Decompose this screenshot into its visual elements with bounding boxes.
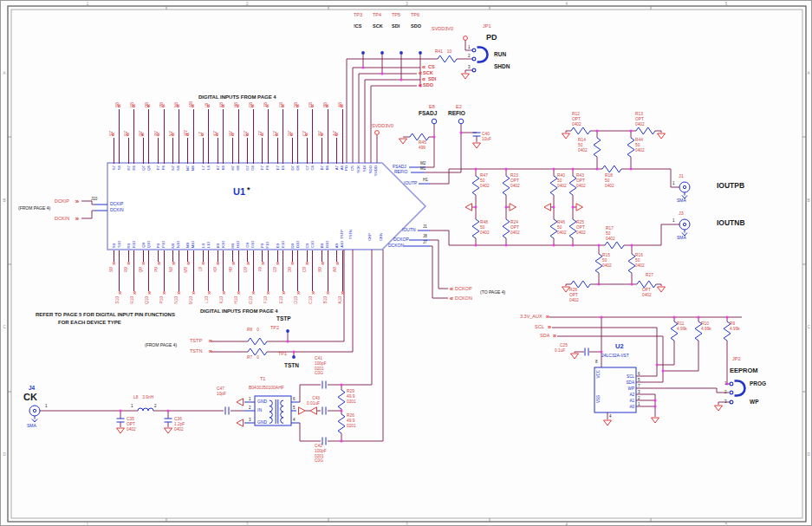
- signal-name: !CS: [354, 23, 373, 29]
- pin-name: K9: [216, 244, 220, 248]
- offpage-arrow-icon: [334, 131, 341, 138]
- pin-name: F9: [260, 244, 264, 248]
- pin-name: N7: [171, 166, 175, 171]
- label-line: A2: [629, 392, 634, 398]
- offpage-arrow-icon: [230, 131, 237, 138]
- c47-label: C4710pF: [217, 386, 226, 397]
- c25: [585, 348, 588, 356]
- label-line: A1: [629, 398, 634, 404]
- r16-label: R16500402: [635, 253, 645, 268]
- tp-name: TSTN: [284, 362, 299, 368]
- label-line: 0402: [635, 263, 645, 269]
- u1-top-pin-names: S7 S8 R7 R8 Q7 Q8 P7 P8 N7 N8 M7 M8 L7 L…: [109, 165, 348, 183]
- frame-zone-numbers-top: 12345: [8, 2, 806, 6]
- pin-name: REFIO: [394, 170, 407, 175]
- label-line: C0G: [315, 458, 327, 464]
- pin-name: G8: [250, 166, 255, 171]
- e2-testpoint-icon: [458, 119, 464, 124]
- pin-name: C10: [310, 241, 315, 248]
- pin-name: P10: [161, 241, 166, 248]
- frame-zone-letters-left: ABCD: [3, 10, 8, 518]
- pin-name: E9: [276, 244, 280, 248]
- offpage-arrow-icon: [199, 260, 206, 267]
- pin-name: E10: [281, 241, 285, 248]
- offpage-arrow-icon: [264, 102, 271, 109]
- pin-name: DCKOP: [393, 237, 409, 243]
- tp-refs: TP3TP4TP5TP6: [354, 12, 430, 17]
- wire: [312, 109, 313, 164]
- pin-name: S10: [117, 241, 121, 248]
- jp1-ref: JP1: [483, 23, 490, 29]
- tp-ref: TP4: [373, 12, 392, 17]
- c43-label: C430.01uF: [296, 396, 320, 406]
- t1-part: B0430J50100AHF: [249, 385, 284, 390]
- jp2-pin-numbers: 123: [724, 380, 727, 407]
- r16: [628, 254, 635, 273]
- label-line: 4.99k: [730, 327, 740, 332]
- r18-label: R18500402: [605, 173, 614, 188]
- pin-name: SCK: [356, 166, 361, 173]
- r46: [550, 219, 557, 238]
- offpage-arrow-icon: [544, 314, 551, 321]
- j3-ref: J3: [679, 211, 684, 216]
- label-line: SDA: [627, 380, 634, 386]
- note-to-page4: (TO PAGE 4): [480, 290, 505, 295]
- label-line: R41: [435, 49, 443, 55]
- wire: [283, 109, 283, 164]
- net-label: R9: [124, 267, 128, 272]
- label-line: 1: [638, 401, 640, 407]
- label-line: 0402: [576, 184, 586, 189]
- digital-input-pair: M8 M7: [184, 83, 198, 164]
- pin-name: M9: [185, 243, 190, 248]
- net-label: M9: [184, 267, 188, 273]
- label-line: 0.01uF: [307, 401, 320, 406]
- c25-value: 0.1uF: [555, 348, 565, 354]
- l8-inductor: [138, 408, 153, 411]
- power-label: SVDD3V0: [432, 26, 453, 31]
- r12: [571, 127, 590, 134]
- pin-name: R8: [132, 166, 136, 171]
- label-line: 0402: [635, 122, 645, 127]
- wire: [336, 138, 337, 164]
- pin-number: J1: [423, 224, 427, 229]
- jp1-run-label: RUN: [494, 51, 506, 57]
- pin-name: L7: [201, 166, 205, 170]
- u1-spi-pin-names: PDCSSCKSDISDO: [343, 165, 374, 186]
- pin-name: C7: [305, 166, 309, 171]
- net-label: R10: [130, 296, 134, 304]
- net-label: D9: [288, 267, 292, 272]
- pin-name: Q7: [141, 166, 146, 171]
- r9-label: R94.99k: [730, 321, 740, 332]
- offpage-arrow-icon: [230, 260, 237, 267]
- pin-name: G9: [245, 243, 250, 248]
- label-line: 3: [724, 398, 727, 407]
- wire: [247, 138, 248, 164]
- pin-name: CKN: [379, 233, 383, 241]
- j1-sma-icon: [679, 182, 690, 198]
- label-line: R7: [247, 355, 252, 360]
- label-line: 5: [638, 377, 640, 383]
- jp1-title: PD: [486, 34, 497, 42]
- pin-number: 4: [293, 418, 296, 422]
- digital-input-pair: M9 M10: [184, 250, 198, 320]
- wire: [253, 250, 254, 291]
- offpage-arrow-icon: [244, 260, 251, 267]
- offpage-arrow-icon: [110, 260, 117, 267]
- digital-input-pair: D9 D10: [288, 250, 302, 320]
- pin-name: S7: [112, 166, 116, 170]
- offpage-arrow-icon: [295, 102, 302, 109]
- label-line: 499: [419, 146, 426, 151]
- label-line: 3.9nH: [142, 395, 153, 400]
- pin-name: L8: [206, 166, 211, 170]
- c43: [322, 407, 326, 415]
- r41-label: R4110: [435, 49, 451, 55]
- r28: [571, 281, 590, 288]
- pin-name: B7: [320, 166, 324, 170]
- offpage-arrow-icon: [244, 131, 251, 138]
- offpage-arrow-icon: [170, 131, 177, 138]
- offpage-arrow-icon: [125, 131, 132, 138]
- pin-name: M7: [185, 166, 190, 171]
- pin-name: TSTN: [348, 230, 353, 239]
- offpage-arrow-icon: [289, 131, 296, 138]
- r27: [637, 281, 656, 288]
